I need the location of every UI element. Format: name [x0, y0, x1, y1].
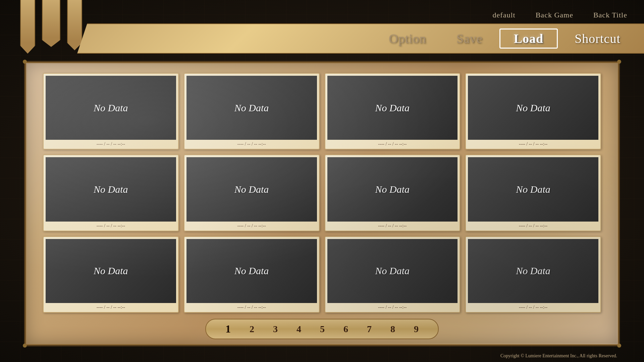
no-data-label-5: No Data — [94, 184, 128, 195]
no-data-label-10: No Data — [234, 265, 269, 277]
slot-timestamp-3: ---- / -- / -- --:-- — [325, 140, 460, 149]
page-button-9[interactable]: 9 — [405, 323, 428, 335]
slot-timestamp-10: ---- / -- / -- --:-- — [184, 303, 319, 312]
save-slot-6[interactable]: No Data ---- / -- / -- --:-- — [184, 155, 320, 231]
slot-timestamp-4: ---- / -- / -- --:-- — [466, 140, 600, 149]
slot-timestamp-7: ---- / -- / -- --:-- — [325, 222, 460, 231]
save-slot-4[interactable]: No Data ---- / -- / -- --:-- — [465, 73, 601, 149]
slot-image-11: No Data — [327, 239, 458, 303]
no-data-label-1: No Data — [94, 102, 128, 114]
default-button[interactable]: default — [483, 9, 526, 21]
page-button-2[interactable]: 2 — [240, 323, 264, 335]
slot-image-5: No Data — [46, 157, 176, 221]
slot-timestamp-8: ---- / -- / -- --:-- — [466, 222, 600, 231]
load-button[interactable]: Load — [499, 28, 558, 49]
slot-image-9: No Data — [46, 239, 176, 303]
page-button-6[interactable]: 6 — [334, 323, 358, 335]
save-slot-5[interactable]: No Data ---- / -- / -- --:-- — [43, 155, 179, 231]
option-button[interactable]: Option — [375, 29, 440, 48]
save-slot-1[interactable]: No Data ---- / -- / -- --:-- — [43, 73, 179, 149]
slots-grid: No Data ---- / -- / -- --:-- No Data ---… — [40, 70, 604, 316]
slot-timestamp-1: ---- / -- / -- --:-- — [44, 140, 178, 149]
top-navigation: default Back Game Back Title Option Save… — [0, 0, 644, 57]
save-slot-10[interactable]: No Data ---- / -- / -- --:-- — [184, 236, 320, 313]
slot-timestamp-6: ---- / -- / -- --:-- — [184, 222, 319, 231]
shortcut-button[interactable]: Shortcut — [561, 29, 634, 48]
slot-image-2: No Data — [186, 76, 317, 140]
copyright-text: Copyright © Lumiere Entertainment Inc., … — [500, 353, 617, 359]
page-navigation: 1 2 3 4 5 6 7 8 9 — [205, 319, 439, 339]
page-button-3[interactable]: 3 — [264, 323, 287, 335]
save-slot-7[interactable]: No Data ---- / -- / -- --:-- — [325, 155, 461, 231]
slot-image-12: No Data — [468, 239, 598, 303]
page-button-1[interactable]: 1 — [216, 322, 240, 336]
slot-image-6: No Data — [186, 157, 317, 221]
no-data-label-4: No Data — [516, 102, 550, 114]
no-data-label-11: No Data — [375, 265, 410, 277]
back-title-button[interactable]: Back Title — [583, 9, 637, 21]
save-slot-8[interactable]: No Data ---- / -- / -- --:-- — [465, 155, 601, 231]
menu-bar: Option Save Load Shortcut — [77, 23, 644, 54]
back-game-button[interactable]: Back Game — [526, 9, 583, 21]
slot-image-3: No Data — [327, 76, 458, 140]
slot-timestamp-9: ---- / -- / -- --:-- — [44, 303, 178, 312]
save-slot-12[interactable]: No Data ---- / -- / -- --:-- — [465, 236, 601, 313]
slot-image-1: No Data — [46, 76, 176, 140]
slot-timestamp-2: ---- / -- / -- --:-- — [184, 140, 319, 149]
save-slot-11[interactable]: No Data ---- / -- / -- --:-- — [325, 236, 461, 313]
slot-timestamp-12: ---- / -- / -- --:-- — [466, 303, 600, 312]
page-button-8[interactable]: 8 — [381, 323, 405, 335]
no-data-label-3: No Data — [375, 102, 410, 114]
top-row: default Back Game Back Title — [483, 0, 644, 23]
slot-image-7: No Data — [327, 157, 458, 221]
slot-timestamp-11: ---- / -- / -- --:-- — [325, 303, 460, 312]
save-slot-3[interactable]: No Data ---- / -- / -- --:-- — [325, 73, 461, 149]
no-data-label-9: No Data — [94, 265, 128, 277]
no-data-label-12: No Data — [516, 265, 550, 277]
save-slot-2[interactable]: No Data ---- / -- / -- --:-- — [184, 73, 320, 149]
save-button[interactable]: Save — [443, 29, 496, 48]
slot-image-8: No Data — [468, 157, 598, 221]
no-data-label-2: No Data — [234, 102, 269, 114]
page-button-4[interactable]: 4 — [287, 323, 311, 335]
slot-image-10: No Data — [186, 239, 317, 303]
slot-image-4: No Data — [468, 76, 598, 140]
main-panel: No Data ---- / -- / -- --:-- No Data ---… — [25, 62, 619, 345]
no-data-label-6: No Data — [234, 184, 269, 195]
save-slot-9[interactable]: No Data ---- / -- / -- --:-- — [43, 236, 179, 313]
page-button-7[interactable]: 7 — [358, 323, 381, 335]
no-data-label-8: No Data — [516, 184, 550, 195]
no-data-label-7: No Data — [375, 184, 410, 195]
page-button-5[interactable]: 5 — [311, 323, 334, 335]
slot-timestamp-5: ---- / -- / -- --:-- — [44, 222, 178, 231]
